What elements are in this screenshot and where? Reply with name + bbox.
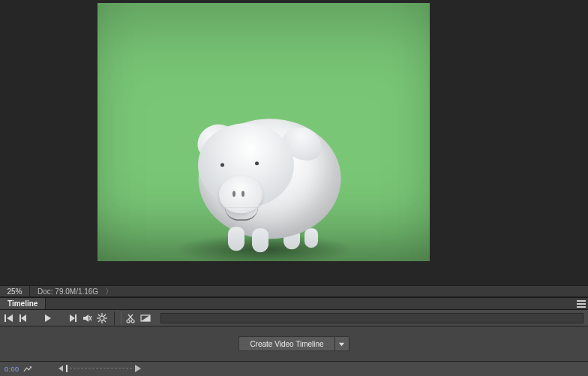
tab-timeline[interactable]: Timeline [0, 298, 46, 309]
play-button[interactable] [42, 312, 54, 324]
create-video-timeline-dropdown[interactable] [334, 336, 350, 351]
select-transition-button[interactable] [140, 312, 152, 324]
svg-point-13 [100, 316, 104, 320]
svg-line-18 [98, 314, 100, 316]
current-timecode[interactable]: 0:00 [4, 365, 20, 373]
svg-marker-7 [45, 314, 51, 322]
svg-marker-10 [83, 314, 88, 322]
zoom-slider-thumb[interactable] [66, 365, 68, 372]
svg-marker-27 [141, 315, 150, 321]
svg-rect-6 [20, 314, 21, 322]
go-to-previous-frame-button[interactable] [18, 312, 30, 324]
timeline-ruler[interactable] [160, 313, 584, 323]
create-video-timeline-group: Create Video Timeline [238, 336, 349, 351]
svg-point-22 [127, 320, 130, 323]
go-to-next-frame-button[interactable] [66, 312, 78, 324]
piggy-bank-illustration [166, 104, 362, 261]
svg-rect-3 [4, 314, 6, 322]
svg-rect-9 [75, 314, 76, 322]
timeline-settings-button[interactable] [96, 312, 108, 324]
render-video-icon[interactable] [22, 364, 33, 374]
svg-marker-5 [21, 314, 26, 322]
zoom-level[interactable]: 25% [0, 286, 30, 296]
status-bar: 25% Doc: 79.0M/1.16G 〉 [0, 285, 588, 297]
svg-marker-8 [70, 314, 75, 322]
svg-line-20 [104, 314, 106, 316]
svg-marker-28 [339, 342, 344, 346]
go-to-first-frame-button[interactable] [3, 312, 15, 324]
svg-rect-0 [577, 300, 586, 302]
chevron-right-icon[interactable]: 〉 [105, 287, 113, 296]
mute-audio-button[interactable] [81, 312, 93, 324]
split-at-playhead-button[interactable] [124, 312, 136, 324]
photo-editor-window: 25% Doc: 79.0M/1.16G 〉 Timeline [0, 0, 588, 376]
svg-marker-4 [7, 314, 13, 322]
panel-menu-icon[interactable] [574, 298, 588, 309]
zoom-out-icon[interactable] [58, 365, 63, 371]
svg-line-19 [104, 320, 106, 322]
document-image[interactable] [98, 3, 430, 261]
timeline-track-area: Create Video Timeline [0, 326, 588, 361]
timeline-footer: 0:00 [0, 361, 588, 376]
svg-line-21 [98, 320, 100, 322]
svg-rect-1 [577, 303, 586, 305]
svg-point-23 [131, 320, 134, 323]
create-video-timeline-button[interactable]: Create Video Timeline [238, 336, 334, 351]
canvas-viewport[interactable] [0, 0, 588, 285]
zoom-in-icon[interactable] [135, 365, 141, 372]
timeline-zoom-slider[interactable] [58, 367, 141, 371]
timeline-tab-bar: Timeline [0, 297, 588, 310]
document-size-info[interactable]: Doc: 79.0M/1.16G 〉 [30, 286, 121, 297]
doc-size-text: Doc: 79.0M/1.16G [38, 287, 98, 296]
svg-rect-2 [577, 306, 586, 308]
timeline-controls [0, 310, 588, 326]
